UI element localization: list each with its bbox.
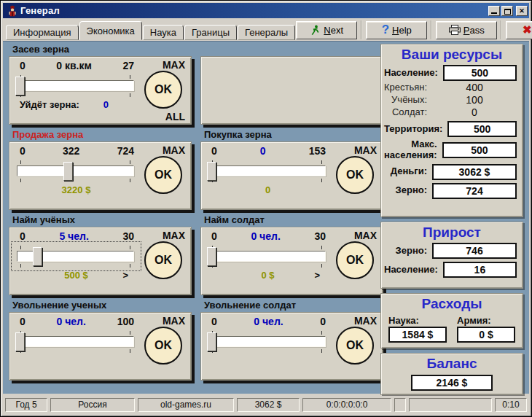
slider-handle[interactable] [15,77,25,96]
slider-min-label: 0 [211,316,217,328]
slider-handle[interactable] [207,332,216,351]
next-label: Next [324,25,343,36]
slider-handle[interactable] [15,332,25,351]
expenses-panel: Расходы Наука: Армия: 1584 $ 0 $ [380,293,523,348]
slider-track[interactable] [208,251,326,262]
corner-spacer [377,368,380,379]
slider-handle[interactable] [207,162,216,181]
panel-title: Продажа зерна [9,129,192,141]
panel-box: 0 0 153 0 [200,141,383,210]
growth-panel: Прирост Зерно: 746 Население: 16 [380,222,523,289]
slider-track[interactable] [208,165,326,176]
x-icon: ✖ [523,25,532,35]
ok-button[interactable]: OK [336,241,374,279]
grain-growth-label: Зерно: [384,246,432,257]
peasants-value: 400 [432,82,517,93]
hire-soldiers-slider[interactable] [206,244,330,268]
resources-panel: Ваши ресурсы Население: 500 Крестьян: 40… [380,44,523,217]
tab-information[interactable]: Информация [6,25,79,40]
max-population-label: Макс. населения: [384,139,442,161]
ok-button[interactable]: OK [336,327,374,365]
slider-value-label: 0 кв.км [56,60,92,72]
corner-spacer [185,198,188,208]
slider-max-label: 30 [122,230,134,243]
slider-handle[interactable] [63,162,73,181]
slider-min-label: 0 [20,230,26,243]
panel-title: Покупка зерна [200,129,383,141]
app-window: Генерал ✕ Информация Экономика Наука Гра… [0,0,532,417]
panel-sow-grain: Засев зерна 0 0 кв.км 27 [9,44,192,125]
army-expense-value: 0 $ [457,327,515,343]
tab-economy[interactable]: Экономика [79,21,142,40]
balance-header: Баланс [381,354,523,373]
max-label: MAX [163,313,188,327]
population-growth-value: 16 [443,262,517,278]
slider-handle[interactable] [207,247,216,266]
slider-track[interactable] [17,165,134,176]
pass-label: Pass [463,25,485,36]
title-bar[interactable]: Генерал ✕ [3,3,529,18]
sell-slider[interactable] [14,159,138,183]
slider-value-label: 0 чел. [254,316,283,328]
status-site: old-games.ru [138,398,234,412]
panel-title: Засев зерна [9,44,192,56]
buy-slider[interactable] [206,159,330,183]
slider-max-label: 27 [122,60,134,72]
general-app-icon [7,5,18,17]
status-bar: Год 5 Россия old-games.ru 3062 $ 0:0:0:0… [3,396,529,414]
grain-growth-value: 746 [432,243,517,259]
maximize-icon [504,9,511,15]
grain-cost-label: Уйдёт зерна: [20,99,79,110]
tab-label: Генералы [245,27,288,38]
ok-button[interactable]: OK [144,327,182,365]
slider-min-label: 0 [211,230,217,243]
close-button[interactable]: ✕ [516,6,528,16]
army-expense-label: Армия: [447,315,515,326]
panel-empty [200,44,383,125]
slider-track[interactable] [17,336,134,347]
fire-scientists-slider[interactable] [14,330,138,354]
help-label: Help [392,25,412,36]
tab-label: Информация [13,27,71,38]
window-title: Генерал [20,5,60,16]
pass-button[interactable]: Pass [436,21,497,39]
ok-button[interactable]: OK [144,71,182,109]
panel-title: Найм учёных [9,214,192,227]
status-counters: 0:0:0:0:0:0 [302,398,391,412]
next-button[interactable]: Next [296,21,357,39]
ok-button[interactable]: OK [144,156,182,194]
panel-title: Найм солдат [200,214,383,227]
science-expense-label: Наука: [388,315,447,326]
minimize-button[interactable] [488,6,500,16]
help-button[interactable]: ? Help [366,21,427,39]
panel-fire-scientists: Увольнение ученых 0 0 чел. 100 [9,300,192,381]
arrow-indicator: > [314,270,320,281]
slider-value-label: 322 [63,145,79,157]
slider-track[interactable] [17,80,134,91]
tab-generals[interactable]: Генералы [238,25,295,40]
ok-button[interactable]: OK [144,241,182,279]
tab-borders[interactable]: Границы [184,25,237,40]
ok-button[interactable]: OK [336,156,374,194]
tab-label: Границы [192,27,230,38]
runner-icon [310,25,321,36]
slider-max-label: 30 [314,230,326,243]
resources-sidebar: Ваши ресурсы Население: 500 Крестьян: 40… [380,44,523,391]
slider-value-label: 0 [260,145,266,157]
tab-science[interactable]: Наука [143,25,184,40]
hire-scientists-slider[interactable] [14,244,138,268]
balance-value: 2146 $ [411,375,493,391]
fire-soldiers-slider[interactable] [206,330,330,354]
slider-value-label: 5 чел. [59,230,88,243]
exit-button[interactable]: ✖ Exit [506,21,532,39]
max-label: MAX [163,228,188,241]
hire-cost-value: 500 $ [64,270,88,281]
slider-track[interactable] [208,336,326,347]
question-icon: ? [382,25,389,35]
buy-money-value: 0 [265,184,270,195]
sow-slider[interactable] [14,74,138,98]
slider-handle[interactable] [33,247,42,266]
corner-spacer [377,198,380,208]
all-label: ALL [165,111,188,123]
maximize-button[interactable] [501,6,513,16]
